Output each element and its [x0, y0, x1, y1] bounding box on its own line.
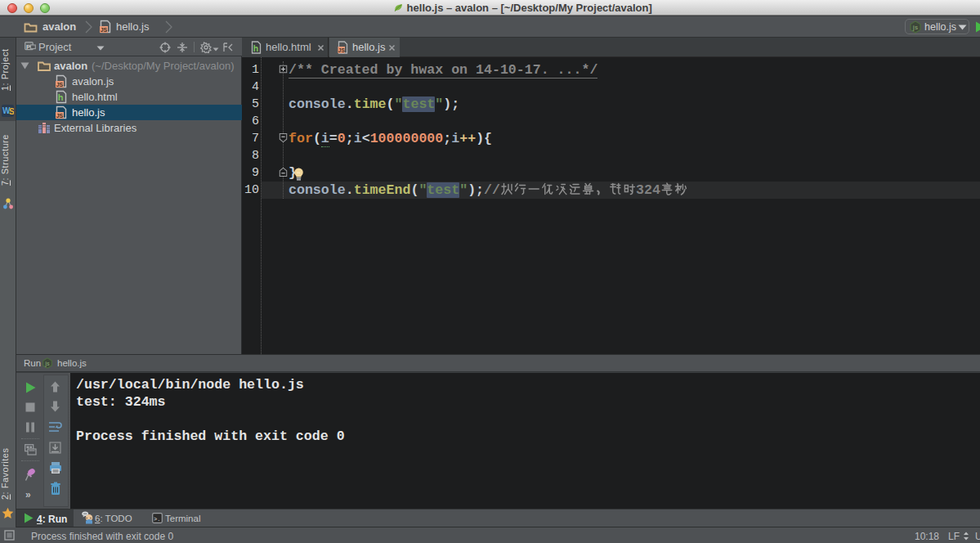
svg-text:js: js: [44, 361, 50, 367]
svg-text:S: S: [9, 107, 14, 116]
svg-text:JS: JS: [338, 47, 346, 53]
svg-text:js: js: [912, 24, 918, 31]
svg-text:JS: JS: [101, 27, 108, 33]
svg-text:JS: JS: [56, 82, 64, 88]
svg-text:324: 324: [636, 182, 660, 197]
svg-text:h: h: [253, 43, 258, 53]
svg-text:h: h: [58, 92, 64, 102]
svg-text:>.: >.: [154, 516, 160, 523]
svg-text:JS: JS: [56, 113, 64, 119]
